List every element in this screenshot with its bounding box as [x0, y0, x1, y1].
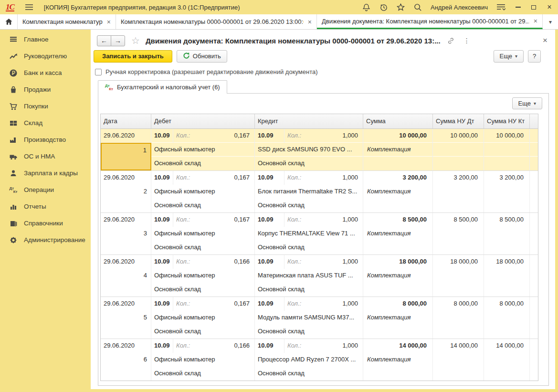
cell-credit[interactable]: 10.09 Кол.: 1,000: [255, 297, 363, 311]
cell-sum-nu-dt[interactable]: 10 000,00: [433, 129, 484, 143]
cell-debit[interactable]: 10.09 Кол.: 0,166: [151, 339, 255, 353]
sidebar-item[interactable]: Справочники: [0, 215, 91, 232]
tab-close-icon[interactable]: ×: [534, 17, 537, 25]
table-more-button[interactable]: Еще ▾: [512, 97, 542, 109]
cell-row-number[interactable]: 4: [101, 269, 151, 283]
sidebar-item[interactable]: Продажи: [0, 81, 91, 98]
sidebar-item[interactable]: Банк и касса: [0, 64, 91, 81]
cell-sum-nu-dt[interactable]: 8 000,00: [433, 297, 484, 311]
sidebar-item[interactable]: Отчеты: [0, 198, 91, 215]
cell-sum-nu-dt[interactable]: 14 000,00: [433, 339, 484, 353]
cell-debit[interactable]: 10.09 Кол.: 0,167: [151, 297, 255, 311]
cell-debit-subconto2[interactable]: Основной склад: [151, 283, 255, 297]
maximize-button[interactable]: [530, 5, 537, 10]
cell-debit-subconto2[interactable]: Основной склад: [151, 325, 255, 339]
cell-sum-subconto[interactable]: Комплектация: [363, 353, 433, 367]
column-header-date[interactable]: Дата: [101, 114, 151, 128]
cell-date[interactable]: 29.06.2020: [101, 297, 151, 311]
save-close-button[interactable]: Записать и закрыть: [94, 50, 172, 63]
cell-sum-subconto[interactable]: Комплектация: [363, 227, 433, 241]
history-icon[interactable]: [379, 3, 388, 12]
cell-debit[interactable]: 10.09 Кол.: 0,167: [151, 129, 255, 143]
sidebar-item[interactable]: ДтКт Операции: [0, 181, 91, 198]
cell-sum[interactable]: 14 000,00: [363, 339, 433, 353]
cell-sum-subconto[interactable]: Комплектация: [363, 143, 433, 157]
cell-debit-subconto1[interactable]: Офисный компьютер: [151, 227, 255, 241]
table-row-group[interactable]: 29.06.2020 10.09 Кол.: 0,167 10.09 Кол.:…: [101, 213, 538, 255]
cell-credit-subconto1[interactable]: SSD диск SAMSUNG 970 EVO ...: [255, 143, 363, 157]
column-header-sum-nu-dt[interactable]: Сумма НУ Дт: [433, 114, 484, 128]
cell-sum[interactable]: 8 000,00: [363, 297, 433, 311]
cell-credit-subconto2[interactable]: Основной склад: [255, 283, 363, 297]
cell-sum-subconto[interactable]: Комплектация: [363, 185, 433, 199]
cell-debit-subconto2[interactable]: Основной склад: [151, 241, 255, 254]
tab-accounting-tax[interactable]: ДтКт Бухгалтерский и налоговый учет (6): [98, 80, 227, 94]
help-button[interactable]: ?: [528, 50, 541, 63]
cell-sum[interactable]: 3 200,00: [363, 171, 433, 185]
cell-debit-subconto1[interactable]: Офисный компьютер: [151, 185, 255, 199]
cell-credit[interactable]: 10.09 Кол.: 1,000: [255, 255, 363, 269]
cell-credit-subconto1[interactable]: Модуль памяти SAMSUNG M37...: [255, 311, 363, 325]
more-button[interactable]: Еще ▾: [494, 50, 524, 63]
sidebar-item[interactable]: Производство: [0, 131, 91, 148]
table-row-group[interactable]: 29.06.2020 10.09 Кол.: 0,167 10.09 Кол.:…: [101, 129, 538, 171]
cell-debit[interactable]: 10.09 Кол.: 0,166: [151, 255, 255, 269]
table-row-group[interactable]: 29.06.2020 10.09 Кол.: 0,166 10.09 Кол.:…: [101, 339, 538, 381]
cell-debit[interactable]: 10.09 Кол.: 0,167: [151, 171, 255, 185]
tab-2[interactable]: Комплектация номенклатуры 0000-000001 от…: [116, 14, 317, 29]
copy-link-icon[interactable]: [447, 37, 455, 45]
home-tab[interactable]: [0, 14, 18, 29]
cell-credit-subconto2[interactable]: Основной склад: [255, 157, 363, 170]
cell-sum-subconto[interactable]: Комплектация: [363, 269, 433, 283]
cell-credit-subconto1[interactable]: Корпус THERMALTAKE View 71 ...: [255, 227, 363, 241]
cell-debit-subconto1[interactable]: Офисный компьютер: [151, 311, 255, 325]
favorites-icon[interactable]: [396, 3, 405, 12]
table-row-group[interactable]: 29.06.2020 10.09 Кол.: 0,166 10.09 Кол.:…: [101, 255, 538, 297]
cell-row-number[interactable]: 1: [101, 143, 151, 157]
table-row-group[interactable]: 29.06.2020 10.09 Кол.: 0,167 10.09 Кол.:…: [101, 297, 538, 339]
cell-date[interactable]: 29.06.2020: [101, 255, 151, 269]
column-header-sum-nu-kt[interactable]: Сумма НУ Кт: [484, 114, 530, 128]
cell-credit-subconto1[interactable]: Блок питания Thermaltake TR2 S...: [255, 185, 363, 199]
column-header-credit[interactable]: Кредит: [255, 114, 363, 128]
sidebar-item[interactable]: ОС и НМА: [0, 148, 91, 165]
cell-date[interactable]: 29.06.2020: [101, 129, 151, 143]
table-row-group[interactable]: 29.06.2020 10.09 Кол.: 0,167 10.09 Кол.:…: [101, 171, 538, 213]
close-page-icon[interactable]: ×: [543, 36, 547, 45]
cell-debit[interactable]: 10.09 Кол.: 0,167: [151, 213, 255, 227]
cell-credit-subconto2[interactable]: Основной склад: [255, 241, 363, 254]
cell-sum-nu-kt[interactable]: 18 000,00: [484, 255, 530, 269]
cell-credit-subconto2[interactable]: Основной склад: [255, 199, 363, 212]
manual-adjustment-checkbox[interactable]: [95, 69, 102, 75]
cell-sum[interactable]: 10 000,00: [363, 129, 433, 143]
cell-debit-subconto2[interactable]: Основной склад: [151, 199, 255, 212]
cell-sum-nu-kt[interactable]: 8 500,00: [484, 213, 530, 227]
main-menu-icon[interactable]: [25, 4, 33, 11]
more-menu-icon[interactable]: ⋮: [463, 37, 470, 44]
sidebar-item[interactable]: Покупки: [0, 98, 91, 115]
cell-sum-nu-kt[interactable]: 14 000,00: [484, 339, 530, 353]
sidebar-item[interactable]: Главное: [0, 31, 91, 48]
tab-close-icon[interactable]: ×: [308, 18, 312, 26]
cell-date[interactable]: 29.06.2020: [101, 339, 151, 353]
cell-sum-nu-dt[interactable]: 18 000,00: [433, 255, 484, 269]
current-user[interactable]: Андрей Алексеевич: [431, 4, 488, 11]
cell-credit-subconto2[interactable]: Основной склад: [255, 367, 363, 381]
tab-close-icon[interactable]: ×: [107, 18, 111, 26]
tab-list-dropdown[interactable]: ▾: [543, 14, 558, 29]
cell-credit[interactable]: 10.09 Кол.: 1,000: [255, 171, 363, 185]
cell-sum-nu-dt[interactable]: 8 500,00: [433, 213, 484, 227]
service-settings-icon[interactable]: [496, 3, 506, 11]
sidebar-item[interactable]: Зарплата и кадры: [0, 165, 91, 181]
cell-row-number[interactable]: 3: [101, 227, 151, 241]
tab-3[interactable]: Движения документа: Комплектация номенкл…: [317, 14, 543, 29]
back-button[interactable]: ←: [97, 35, 111, 46]
cell-credit-subconto1[interactable]: Материнская плата ASUS TUF ...: [255, 269, 363, 283]
sidebar-item[interactable]: Руководителю: [0, 48, 91, 64]
cell-credit-subconto2[interactable]: Основной склад: [255, 325, 363, 339]
cell-sum-nu-kt[interactable]: 10 000,00: [484, 129, 530, 143]
minimize-button[interactable]: [514, 7, 522, 8]
refresh-button[interactable]: Обновить: [177, 50, 227, 63]
cell-sum[interactable]: 18 000,00: [363, 255, 433, 269]
cell-debit-subconto1[interactable]: Офисный компьютер: [151, 269, 255, 283]
